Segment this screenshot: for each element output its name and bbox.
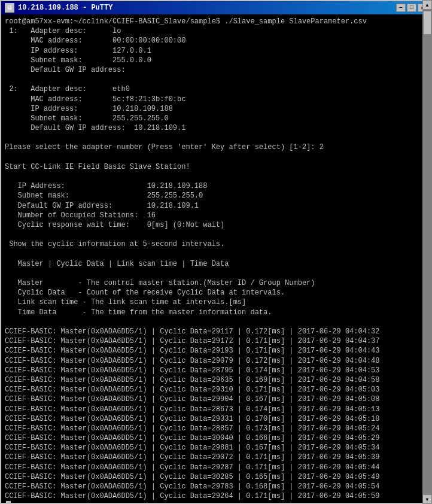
scrollbar[interactable]: ▲ ▼ bbox=[422, 14, 431, 503]
title-bar-left: 🖥 10.218.109.188 - PuTTY bbox=[5, 3, 112, 13]
window-title: 10.218.109.188 - PuTTY bbox=[18, 4, 112, 12]
terminal-body[interactable]: root@am57xx-evm:~/cclink/CCIEF-BASIC_Sla… bbox=[1, 14, 431, 503]
minimize-button[interactable]: — bbox=[396, 4, 406, 12]
cursor bbox=[6, 501, 11, 503]
scroll-down-button[interactable]: ▼ bbox=[422, 494, 431, 503]
maximize-button[interactable]: □ bbox=[407, 4, 416, 12]
putty-icon: 🖥 bbox=[5, 3, 14, 13]
scroll-thumb[interactable] bbox=[423, 14, 431, 35]
putty-window: 🖥 10.218.109.188 - PuTTY — □ ✕ root@am57… bbox=[0, 0, 432, 504]
title-bar: 🖥 10.218.109.188 - PuTTY — □ ✕ bbox=[1, 1, 431, 14]
terminal-content: root@am57xx-evm:~/cclink/CCIEF-BASIC_Sla… bbox=[5, 17, 420, 501]
scroll-track[interactable] bbox=[422, 14, 431, 494]
